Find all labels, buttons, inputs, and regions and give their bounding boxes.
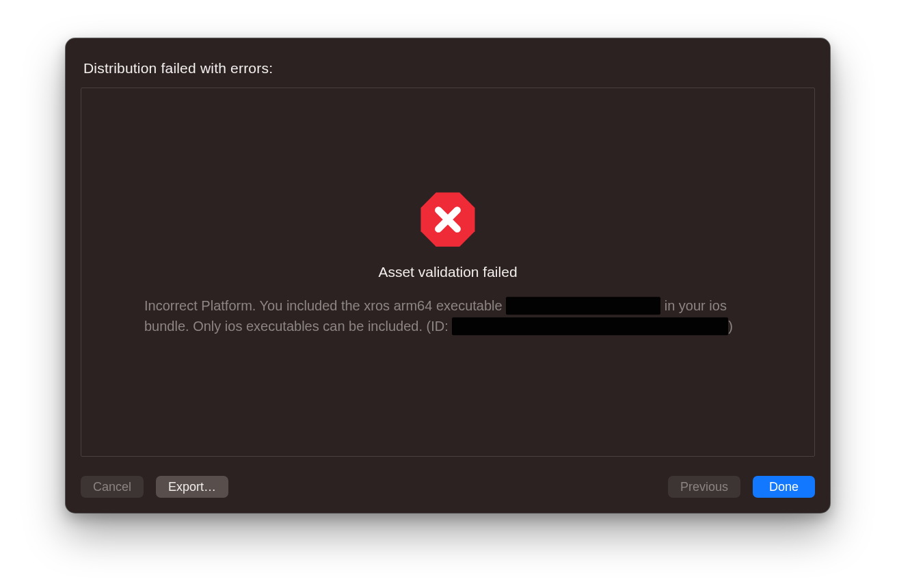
export-button[interactable]: Export…	[156, 476, 228, 498]
error-desc-part3: )	[728, 319, 733, 334]
error-center-stack: Asset validation failed Incorrect Platfo…	[81, 190, 814, 336]
error-content-box: Asset validation failed Incorrect Platfo…	[81, 88, 815, 457]
done-button[interactable]: Done	[753, 476, 815, 498]
distribution-error-sheet: Distribution failed with errors: Asset v…	[66, 38, 830, 513]
error-desc-part1: Incorrect Platform. You included the xro…	[144, 298, 506, 313]
error-stop-icon	[418, 190, 477, 249]
previous-button: Previous	[668, 476, 740, 498]
redacted-error-id	[452, 317, 728, 335]
redacted-executable-path	[506, 297, 660, 315]
button-row: Cancel Export… Previous Done	[81, 476, 815, 498]
error-title: Asset validation failed	[378, 264, 517, 280]
error-description: Incorrect Platform. You included the xro…	[140, 295, 755, 336]
sheet-title: Distribution failed with errors:	[83, 60, 815, 77]
cancel-button: Cancel	[81, 476, 144, 498]
